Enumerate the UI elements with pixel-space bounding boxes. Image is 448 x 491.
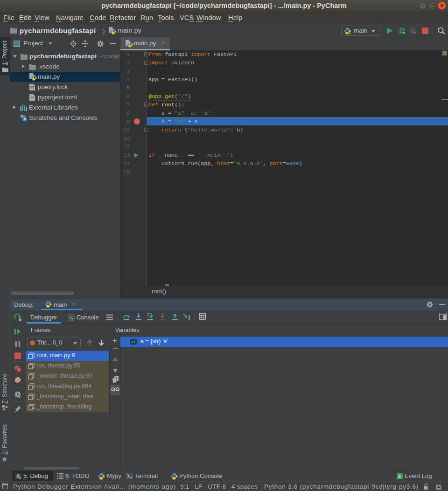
svg-text:3: 3 — [398, 474, 400, 479]
svg-text:01: 01 — [131, 340, 136, 344]
